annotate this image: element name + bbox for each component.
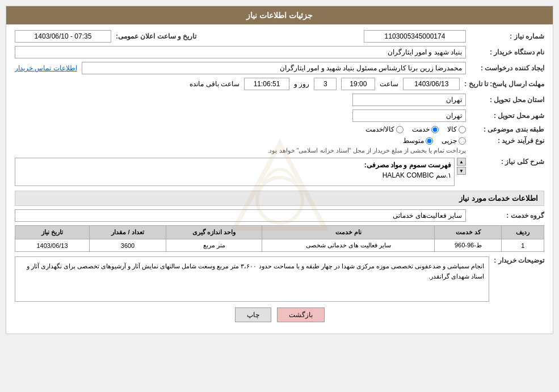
radio-motosat-label: متوسط bbox=[403, 137, 424, 145]
sharh-label: شرح کلی نیاز : bbox=[470, 158, 544, 166]
tabaqe-label: طبقه بندی موضوعی : bbox=[470, 125, 544, 133]
cell-count: 3600 bbox=[90, 239, 166, 252]
ijad-label: ایجاد کننده درخواست : bbox=[470, 64, 544, 72]
row-sharh: شرح کلی نیاز : ▲ ▼ فهرست سموم و مواد مصر… bbox=[15, 158, 544, 186]
radio-khedmat-item[interactable]: خدمت bbox=[412, 125, 439, 133]
sharh-item: ۱.سم HALAK COMBIC bbox=[18, 171, 451, 179]
roz-value: 3 bbox=[314, 78, 337, 90]
col-kod: کد خدمت bbox=[435, 226, 502, 239]
mohlat-time: 19:00 bbox=[341, 78, 375, 90]
ostan-label: استان محل تحویل : bbox=[470, 96, 544, 104]
cell-radif: 1 bbox=[502, 239, 544, 252]
scroll-arrows[interactable]: ▲ ▼ bbox=[457, 158, 466, 175]
col-date: تاریخ نیاز bbox=[15, 226, 90, 239]
ijad-value: محمدرضا زرین برنا کارشناس مسئول بنیاد شه… bbox=[82, 62, 466, 74]
row-process: نوع فرآیند خرید : جزیی متوسط پرداخت تمام… bbox=[15, 137, 544, 154]
sharh-content: فهرست سموم و مواد مصرفی: ۱.سم HALAK COMB… bbox=[15, 158, 455, 186]
shahr-value: تهران bbox=[352, 109, 466, 122]
col-unit: واحد اندازه گیری bbox=[166, 226, 262, 239]
radio-kala-label: کالا bbox=[447, 125, 457, 133]
radio-kala[interactable] bbox=[459, 126, 466, 133]
mohlat-label: مهلت ارسال پاسخ: تا تاریخ : bbox=[464, 80, 544, 88]
tarikh-value: 1403/06/10 - 07:35 bbox=[15, 30, 111, 43]
warning-text: پرداخت تمام یا بخشی از مبلغ خریدار از مح… bbox=[15, 147, 466, 154]
saat-value: 11:06:51 bbox=[244, 78, 289, 90]
cell-date: 1403/06/13 bbox=[15, 239, 90, 252]
desc-label: توضیحات خریدار : bbox=[494, 256, 544, 264]
tabaqe-radio-group: کالا خدمت کالا/خدمت bbox=[365, 125, 466, 133]
radio-jozi[interactable] bbox=[459, 137, 466, 145]
row-desc: توضیحات خریدار : انجام سمپاشی و ضدعفونی … bbox=[15, 256, 544, 302]
row-dastgah: نام دستگاه خریدار : بنیاد شهید و امور ای… bbox=[15, 46, 544, 58]
service-section-title: اطلاعات خدمات مورد نیاز bbox=[15, 191, 544, 206]
radio-kala-khedmat-label: کالا/خدمت bbox=[365, 125, 394, 133]
mohlat-date: 1403/06/13 bbox=[403, 78, 460, 90]
row-tabaqe: طبقه بندی موضوعی : کالا خدمت کالا/خدمت bbox=[15, 125, 544, 133]
dastgah-label: نام دستگاه خریدار : bbox=[470, 48, 544, 56]
saat-label: ساعت bbox=[380, 80, 398, 88]
row-shahr: شهر محل تحویل : تهران bbox=[15, 109, 544, 122]
radio-kala-khedmat[interactable] bbox=[396, 126, 404, 133]
table-row: 1 ط-96-960 سایر فعالیت های خدماتی شخصی م… bbox=[15, 239, 544, 252]
desc-box: انجام سمپاشی و ضدعفونی تخصصی موزه مرکزی … bbox=[15, 256, 489, 302]
cell-unit: متر مربع bbox=[166, 239, 262, 252]
radio-khedmat-label: خدمت bbox=[412, 125, 430, 133]
tamas-link[interactable]: اطلاعات تماس خریدار bbox=[15, 64, 77, 72]
radio-jozi-label: جزیی bbox=[442, 137, 457, 145]
page-title: جزئیات اطلاعات نیاز bbox=[6, 6, 553, 24]
roz-label: روز و bbox=[294, 80, 309, 88]
process-radio-group: جزیی متوسط bbox=[15, 137, 466, 145]
radio-motosat-item[interactable]: متوسط bbox=[403, 137, 433, 145]
cell-name: سایر فعالیت های خدماتی شخصی bbox=[262, 239, 435, 252]
col-name: نام خدمت bbox=[262, 226, 435, 239]
mande-label: ساعت باقی مانده bbox=[190, 80, 239, 88]
cell-kod: ط-96-960 bbox=[435, 239, 502, 252]
tarikh-label: تاریخ و ساعت اعلان عمومی: bbox=[116, 32, 196, 40]
group-label: گروه خدمت : bbox=[470, 212, 544, 220]
ostan-value: تهران bbox=[352, 94, 466, 106]
arrow-down[interactable]: ▼ bbox=[457, 167, 466, 175]
row-ostan: استان محل تحویل : تهران bbox=[15, 94, 544, 106]
button-row: بازگشت چاپ bbox=[15, 307, 544, 328]
services-table: ردیف کد خدمت نام خدمت واحد اندازه گیری ت… bbox=[15, 225, 544, 252]
dastgah-value: بنیاد شهید و امور ایثارگران bbox=[15, 46, 466, 58]
shomara-value: 1103005345000174 bbox=[364, 30, 466, 43]
radio-jozi-item[interactable]: جزیی bbox=[442, 137, 466, 145]
radio-khedmat[interactable] bbox=[431, 126, 439, 133]
row-ijad: ایجاد کننده درخواست : محمدرضا زرین برنا … bbox=[15, 62, 544, 74]
radio-kala-item[interactable]: کالا bbox=[447, 125, 466, 133]
row-group: گروه خدمت : سایر فعالیت‌های خدماتی bbox=[15, 209, 544, 222]
radio-motosat[interactable] bbox=[426, 137, 433, 145]
back-button[interactable]: بازگشت bbox=[277, 307, 325, 322]
col-count: تعداد / مقدار bbox=[90, 226, 166, 239]
col-radif: ردیف bbox=[502, 226, 544, 239]
print-button[interactable]: چاپ bbox=[235, 307, 271, 322]
process-label: نوع فرآیند خرید : bbox=[470, 137, 544, 145]
row-shomara: شماره نیاز : 1103005345000174 تاریخ و سا… bbox=[15, 30, 544, 43]
arrow-up[interactable]: ▲ bbox=[457, 158, 466, 166]
radio-kala-khedmat-item[interactable]: کالا/خدمت bbox=[365, 125, 404, 133]
shahr-label: شهر محل تحویل : bbox=[470, 112, 544, 120]
row-mohlat: مهلت ارسال پاسخ: تا تاریخ : 1403/06/13 س… bbox=[15, 78, 544, 90]
group-value: سایر فعالیت‌های خدماتی bbox=[15, 209, 466, 222]
sharh-title: فهرست سموم و مواد مصرفی: bbox=[18, 161, 451, 169]
shomara-label: شماره نیاز : bbox=[470, 32, 544, 40]
